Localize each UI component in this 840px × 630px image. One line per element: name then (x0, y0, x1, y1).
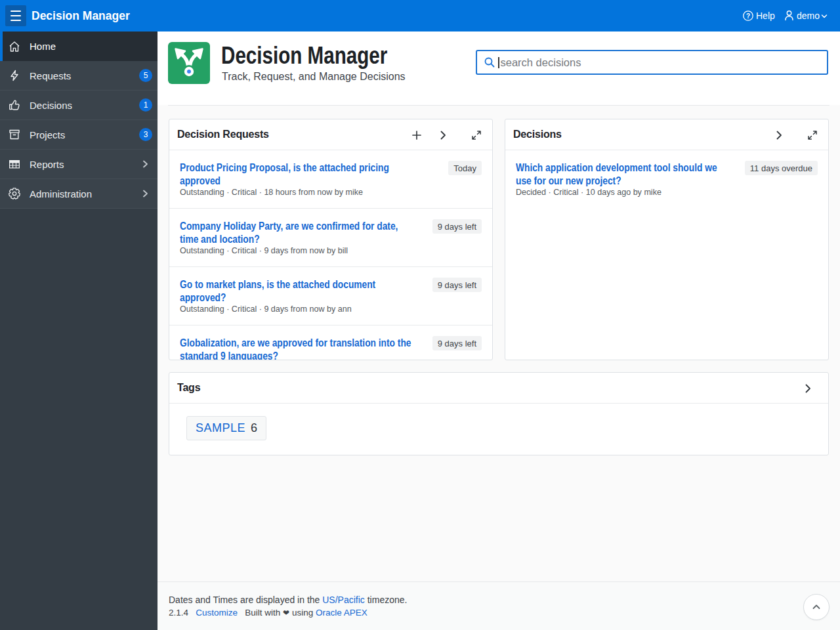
svg-text:?: ? (746, 12, 750, 20)
